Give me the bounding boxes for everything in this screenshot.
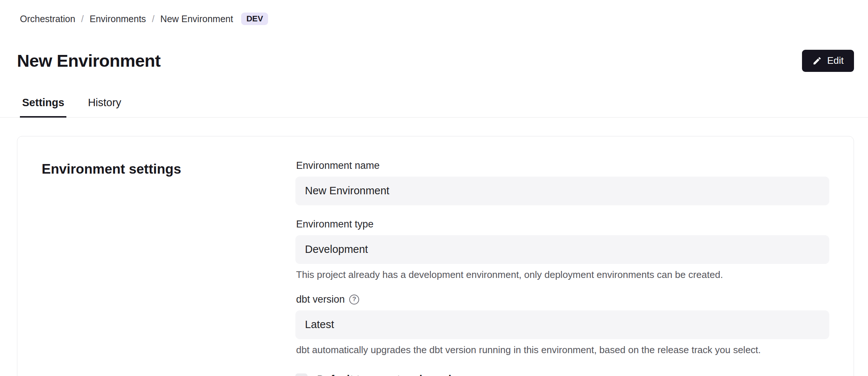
custom-branch-checkbox[interactable] bbox=[295, 373, 308, 376]
page-title: New Environment bbox=[17, 51, 160, 71]
page-header: New Environment Edit bbox=[0, 39, 868, 83]
env-dev-badge: DEV bbox=[241, 13, 268, 25]
dbt-version-label-text: dbt version bbox=[296, 294, 345, 305]
edit-button[interactable]: Edit bbox=[802, 50, 854, 72]
breadcrumb-environments[interactable]: Environments bbox=[90, 14, 146, 24]
pencil-icon bbox=[812, 56, 822, 66]
section-title: Environment settings bbox=[42, 161, 295, 177]
environment-type-helper: This project already has a development e… bbox=[296, 269, 829, 281]
dbt-version-helper: dbt automatically upgrades the dbt versi… bbox=[296, 344, 829, 356]
dbt-version-label: dbt version ? bbox=[296, 294, 829, 305]
edit-button-label: Edit bbox=[827, 55, 844, 66]
environment-name-input[interactable] bbox=[295, 177, 829, 205]
page: Orchestration / Environments / New Envir… bbox=[0, 0, 868, 376]
tab-bar: Settings History bbox=[0, 94, 868, 118]
dbt-version-input[interactable] bbox=[295, 310, 829, 339]
breadcrumb-current-page: New Environment bbox=[160, 14, 233, 24]
tab-settings[interactable]: Settings bbox=[20, 94, 66, 118]
breadcrumb-orchestration[interactable]: Orchestration bbox=[20, 14, 75, 24]
environment-name-label-text: Environment name bbox=[296, 160, 380, 171]
breadcrumb-separator: / bbox=[81, 14, 84, 24]
environment-type-label-text: Environment type bbox=[296, 219, 374, 230]
environment-settings-form: Environment name Environment type This p… bbox=[295, 160, 829, 376]
breadcrumb: Orchestration / Environments / New Envir… bbox=[0, 13, 868, 25]
environment-name-label: Environment name bbox=[296, 160, 829, 171]
custom-branch-label: Default to a custom branch bbox=[317, 373, 455, 376]
help-icon[interactable]: ? bbox=[349, 295, 359, 304]
environment-type-input[interactable] bbox=[295, 235, 829, 264]
environment-type-label: Environment type bbox=[296, 219, 829, 230]
breadcrumb-separator: / bbox=[152, 14, 154, 24]
tab-history[interactable]: History bbox=[86, 94, 123, 118]
custom-branch-row: Default to a custom branch bbox=[295, 373, 829, 376]
environment-settings-card: Environment settings Environment name En… bbox=[17, 136, 854, 376]
